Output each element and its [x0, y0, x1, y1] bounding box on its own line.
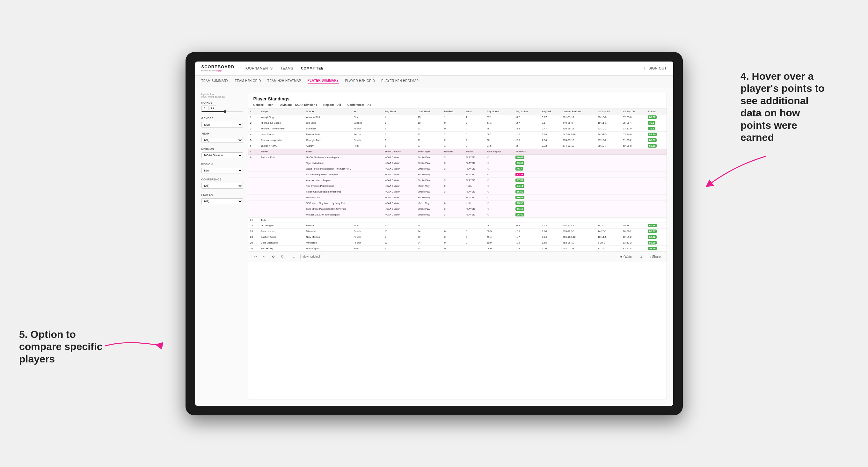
cell-points[interactable]: 88.94	[646, 131, 666, 137]
cell-avg-to-par: -1.7	[514, 234, 540, 240]
table-row[interactable]: 5 Christo Lamprecht Georgia Tech Fourth …	[248, 137, 666, 143]
view-original-btn[interactable]: View: Original	[300, 254, 322, 259]
exp-cell-w-points[interactable]: 40.64	[514, 154, 666, 160]
table-row[interactable]: 6 Jackson Koivu Auburn First 2 27 1 0 87…	[248, 143, 666, 149]
col-no-rds: No Rds.	[442, 109, 464, 115]
nav-teams[interactable]: TEAMS	[280, 66, 293, 71]
sub-nav-team-h2h-grid[interactable]: TEAM H2H GRID	[235, 79, 261, 83]
sub-nav-player-h2h-heatmap[interactable]: PLAYER H2H HEATMAP	[381, 79, 418, 83]
cell-conf-rank: 15	[416, 114, 442, 120]
cell-points[interactable]: 58.49	[646, 245, 666, 251]
watch-btn[interactable]: 👁 Watch	[618, 254, 635, 259]
cell-points[interactable]: 80.89	[646, 137, 666, 143]
clock-btn[interactable]: ⏱	[291, 254, 298, 259]
expanded-table-row[interactable]: Wake Forest Invitational at Pinehurst No…	[248, 166, 666, 172]
undo-btn[interactable]: ↩	[252, 254, 258, 259]
sub-nav-player-h2h-grid[interactable]: PLAYER H2H GRID	[345, 79, 375, 83]
cell-vs-top25: 14-20-1	[596, 228, 621, 234]
expanded-table-row[interactable]: Fallen Oak Collegiate Invitational NCAA …	[248, 189, 666, 194]
division-select[interactable]: NCAA Division I	[202, 152, 243, 158]
exp-cell-w-points[interactable]: 47.57	[514, 177, 666, 183]
col-points: Points	[646, 109, 666, 115]
sub-nav-player-summary[interactable]: PLAYER SUMMARY	[308, 78, 339, 84]
cell-adj-score: 67.1	[485, 120, 514, 126]
cell-overall: 381-61-11	[561, 114, 596, 120]
exp-cell-event: SEC Match Play hosted by Jerry Pate	[304, 200, 383, 206]
region-select[interactable]: N/A	[202, 168, 243, 174]
cell-points[interactable]: 58.95	[646, 240, 666, 245]
cell-points[interactable]: 88.27	[646, 114, 666, 120]
exp-cell-w-points[interactable]: 56.18	[514, 206, 666, 212]
cell-points[interactable]: 60.68	[646, 222, 666, 228]
exp-cell-num	[248, 200, 259, 206]
exp-cell-status: PLAYED	[464, 189, 485, 194]
table-row[interactable]: 3 Michael Thorbjornsen Stanford Fourth 1…	[248, 126, 666, 131]
exp-cell-rounds: 3	[442, 160, 464, 166]
table-row[interactable]: 2 Michael La Sasso Ole Miss Second 1 18 …	[248, 120, 666, 126]
sub-nav-team-summary[interactable]: TEAM SUMMARY	[202, 79, 228, 83]
exp-cell-w-points[interactable]: 73.33	[514, 172, 666, 177]
cell-points[interactable]: 60.02	[646, 234, 666, 240]
cell-points[interactable]: 76.3	[646, 120, 666, 126]
no-rds-min-input[interactable]	[202, 105, 209, 110]
table-row[interactable]: 25 Cole Sherwood Vanderbilt Fourth 12 24…	[248, 240, 666, 245]
cell-points[interactable]: 68.18	[646, 143, 666, 149]
exp-cell-w-points[interactable]: 16.50	[514, 189, 666, 194]
standings-header: Player Standings Gender: Men Division: N…	[248, 93, 666, 109]
table-row[interactable]: 1 Wenyi Ding Arizona State First 1 15 1 …	[248, 114, 666, 120]
cell-wins: 0	[464, 228, 485, 234]
nav-signout[interactable]: Sign out	[648, 66, 666, 71]
redo-btn[interactable]: ↪	[261, 254, 268, 259]
cell-points[interactable]: 60.27	[646, 228, 666, 234]
exp-cell-event-type: Stroke Play	[416, 212, 442, 217]
exp-cell-rounds: 3	[442, 166, 464, 172]
table-row[interactable]: 22 Ian Gilligan Florida Third 10 24 1 0 …	[248, 222, 666, 228]
exp-cell-w-points[interactable]: 30.47	[514, 194, 666, 200]
cell-vs-top50: 33-26-4	[621, 245, 646, 251]
copy-btn[interactable]: ⧉	[279, 254, 285, 259]
cell-avg-sg: 1.68	[540, 228, 561, 234]
expanded-table-row[interactable]: Williams Cup NCAA Division I Stroke Play…	[248, 194, 666, 200]
exp-cell-event-type: Stroke Play	[416, 206, 442, 212]
download-btn[interactable]: ⬇	[638, 254, 644, 259]
expanded-table-row[interactable]: 6 Jackson Koivu UNCW Seahawk Intercolleg…	[248, 154, 666, 160]
table-row[interactable]: 24 Bastien Amat New Mexico Fourth 1 27 2…	[248, 234, 666, 240]
share-btn[interactable]: ⬆ Share	[647, 254, 662, 259]
expanded-table-row[interactable]: Tiger Invitational NCAA Division I Strok…	[248, 160, 666, 166]
cell-points[interactable]: 70.2	[646, 126, 666, 131]
table-row[interactable]: 23 Jack Lundin Missouri Fourth 11 24 0 0…	[248, 228, 666, 234]
col-num: #	[248, 109, 259, 115]
expanded-table-row[interactable]: SEC Stroke Play hosted by Jerry Pate NCA…	[248, 206, 666, 212]
sub-nav: TEAM SUMMARY TEAM H2H GRID TEAM H2H HEAT…	[195, 75, 673, 86]
table-row[interactable]: 21Terhi...	[248, 217, 666, 222]
nav-tournaments[interactable]: TOURNAMENTS	[244, 66, 273, 71]
exp-cell-w-points[interactable]: 53.60	[514, 160, 666, 166]
cell-avg-to-par: -1.8	[514, 245, 540, 251]
sub-nav-team-h2h-heatmap[interactable]: TEAM H2H HEATMAP	[268, 79, 301, 83]
expanded-table-row[interactable]: Southern Highlands Collegiate NCAA Divis…	[248, 172, 666, 177]
exp-cell-w-points[interactable]: 24.11	[514, 183, 666, 189]
year-select[interactable]: (All)	[202, 137, 243, 143]
player-select[interactable]: (All)	[202, 198, 243, 204]
expanded-table-row[interactable]: Amer An Intercollegiate NCAA Division I …	[248, 177, 666, 183]
table-row[interactable]: 26 Petr Hruby Washington Fifth 7 23 0 0 …	[248, 245, 666, 251]
cell-avg-to-par: -2.3	[514, 228, 540, 234]
cell-yr: Second	[351, 120, 382, 126]
gender-select[interactable]: Men Women	[202, 122, 243, 127]
no-rds-slider[interactable]	[202, 111, 243, 112]
expanded-table-row[interactable]: The Cypress Point Classic NCAA Division …	[248, 183, 666, 189]
conference-val: All	[368, 103, 371, 106]
exp-cell-status: NULL	[464, 183, 485, 189]
table-row[interactable]: 4 Luke Claton Florida State Second 5 27 …	[248, 131, 666, 137]
exp-cell-w-points[interactable]: 46.7	[514, 166, 666, 172]
expanded-table-row[interactable]: Mirabel Maui Jim Intercollegiate NCAA Di…	[248, 212, 666, 217]
no-rds-max-input[interactable]	[209, 105, 216, 110]
exp-cell-w-points[interactable]: 66.40	[514, 212, 666, 217]
exp-cell-w-points[interactable]: 25.98	[514, 200, 666, 206]
cell-adj-score: 68.7	[485, 222, 514, 228]
filter-btn[interactable]: ⚙	[270, 254, 277, 259]
conference-select[interactable]: (All)	[202, 183, 243, 189]
nav-committee[interactable]: COMMITTEE	[301, 66, 323, 71]
expanded-table-row[interactable]: SEC Match Play hosted by Jerry Pate NCAA…	[248, 200, 666, 206]
exp-cell-rank-impact: +0	[485, 177, 514, 183]
